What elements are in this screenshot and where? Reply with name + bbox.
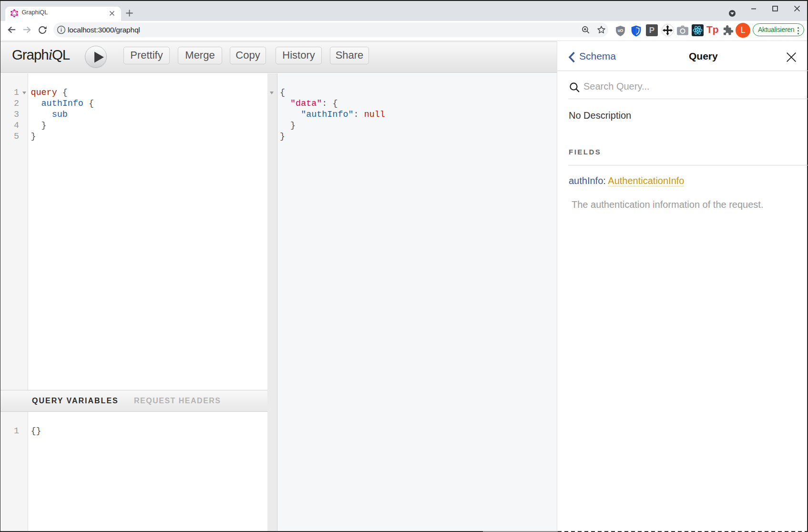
svg-text:uO: uO [618,28,624,33]
